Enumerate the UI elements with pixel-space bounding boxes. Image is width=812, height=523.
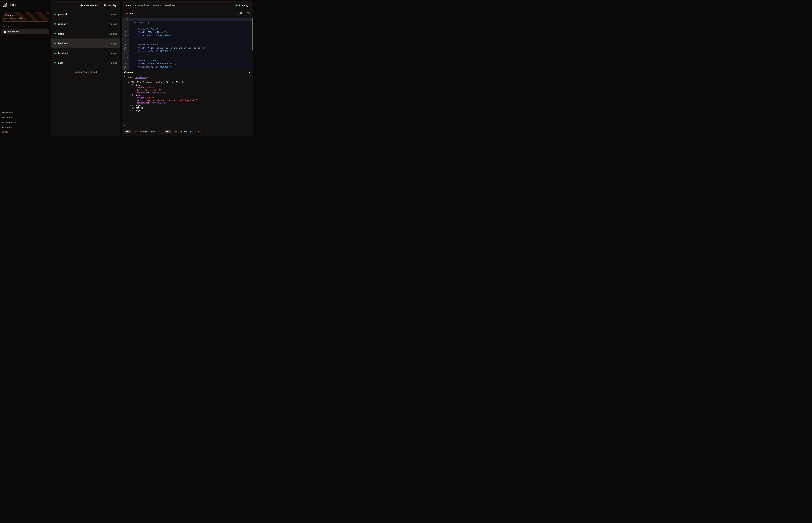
line-number: 8 — [125, 40, 126, 43]
tree-field-row: sender: "User" — [124, 87, 251, 89]
plus-icon — [81, 4, 83, 7]
display-button[interactable]: Display — [102, 3, 118, 8]
rpc-button-actor-gethistory-[interactable]: RPCactor.getHistory(...) — [164, 129, 201, 134]
actor-row-general[interactable]: general2m ago — [51, 10, 120, 19]
tab-database[interactable]: Database — [165, 1, 176, 9]
code-token: "messages" — [133, 21, 145, 24]
code-token: } — [135, 37, 137, 40]
fold-toggle-icon[interactable] — [126, 22, 128, 23]
code-token: : — [152, 34, 154, 36]
tabs-holder: StateConnectionsEventsDatabase — [124, 1, 176, 9]
code-token: : — [152, 66, 154, 68]
console-result-row: ▼ (5) [Object, Object, Object, Object, O… — [124, 81, 251, 84]
result-expand-toggle[interactable]: ▼ — [128, 81, 131, 84]
fold-spacer — [126, 63, 128, 65]
tree-field-row: timestamp: 1764043991880 — [124, 91, 251, 94]
code-token: } — [135, 69, 137, 70]
tab-connections[interactable]: Connections — [134, 1, 150, 9]
actor-last-active: 1m ago — [109, 42, 117, 45]
save-button[interactable] — [238, 11, 243, 16]
field-key: sender — [137, 96, 144, 99]
display-label: Display — [108, 4, 116, 7]
code-token: "User" — [151, 28, 158, 30]
console-history-command[interactable]: actor.getHistory() — [122, 75, 253, 80]
actor-row-random[interactable]: random1m ago — [51, 19, 120, 29]
code-line: { — [128, 18, 253, 21]
app-root: R Rivet Connected http://localhost:6420 … — [0, 0, 255, 137]
collapsed-triangle-icon[interactable]: ▶ — [130, 107, 132, 109]
sidebar-link-discord[interactable]: Discord↗ — [2, 125, 49, 130]
code-token — [130, 53, 135, 55]
code-token — [130, 56, 135, 58]
sidebar-link-feedback[interactable]: Feedback — [2, 115, 49, 120]
fold-toggle-icon[interactable] — [126, 25, 128, 26]
gutter-row: 16 — [122, 65, 128, 69]
sidebar-link-whats-new-[interactable]: Whats new? — [2, 110, 49, 115]
gutter-row: 8 — [122, 40, 128, 43]
editor-code[interactable]: { "messages": [ { "sender": "User", "tex… — [128, 17, 253, 70]
collapsed-triangle-icon[interactable]: ▶ — [130, 109, 132, 112]
console-input[interactable] — [122, 124, 253, 128]
actor-row-dogs[interactable]: dogs1m ago — [51, 29, 120, 39]
chevron-down-glyph — [127, 22, 128, 23]
status-badge[interactable]: Running — [234, 3, 250, 8]
state-json-editor[interactable]: 1234567891011121314151617 { "messages": … — [122, 17, 253, 70]
inspector-tabs: StateConnectionsEventsDatabase Running — [122, 1, 253, 10]
code-line: "text": "Who’s there?", — [128, 31, 253, 34]
tab-state[interactable]: State — [124, 1, 132, 9]
live-badge[interactable]: Live — [124, 11, 135, 16]
result-summary: (5) [Object, Object, Object, Object, Obj… — [131, 81, 184, 84]
actor-row-backend[interactable]: backend1m ago — [51, 39, 120, 48]
code-token: , — [205, 47, 207, 49]
console-header[interactable]: Console — [122, 70, 253, 75]
instance-name: chatRoom — [7, 30, 19, 33]
code-line: "sender": "User", — [128, 59, 253, 62]
code-token: "sender" — [138, 59, 148, 62]
gutter-row: 6 — [122, 34, 128, 37]
field-key: timestamp — [137, 91, 148, 94]
field-value: "User" — [146, 87, 154, 89]
sidebar-item-chatroom[interactable]: chatRoom — [2, 29, 49, 34]
expanded-triangle-icon[interactable]: ▼ — [130, 94, 132, 96]
fold-toggle-icon[interactable] — [126, 41, 128, 42]
fold-spacer — [126, 28, 128, 30]
editor-scrollbar-thumb[interactable] — [252, 18, 253, 51]
undo-icon-button[interactable] — [246, 11, 251, 16]
chevron-down-icon[interactable] — [248, 71, 251, 73]
rpc-button-actor-sendmessage-[interactable]: RPCactor.sendMessage(...) — [124, 129, 162, 134]
sidebar-link-documentation[interactable]: Documentation — [2, 120, 49, 125]
code-token — [130, 34, 138, 36]
actor-row-frontend[interactable]: frontend1m ago — [51, 48, 120, 58]
sidebar-link-github[interactable]: GitHub↗ — [2, 130, 49, 134]
code-line: } — [128, 69, 253, 70]
sliders-icon — [104, 4, 106, 7]
fold-toggle-icon[interactable] — [126, 57, 128, 58]
actor-row-cats[interactable]: cats1m ago — [51, 58, 120, 68]
object-label: Object — [136, 107, 143, 109]
code-token: 1764043991880 — [154, 34, 171, 36]
line-number: 12 — [124, 53, 126, 55]
tree-field-row: text: "Who’s there?" — [124, 89, 251, 91]
brand[interactable]: R Rivet — [2, 2, 49, 7]
sidebar-link-label: GitHub — [2, 131, 9, 133]
gutter-row: 2 — [122, 21, 128, 24]
code-token: "timestamp" — [138, 34, 152, 36]
line-number: 9 — [125, 43, 126, 46]
gutter-row: 11 — [122, 50, 128, 53]
collapsed-triangle-icon[interactable]: ▶ — [130, 104, 132, 107]
actor-name: frontend — [58, 52, 68, 54]
editor-gutter: 1234567891011121314151617 — [122, 17, 128, 70]
create-actor-button[interactable]: Create Actor — [80, 4, 99, 7]
connection-status-box: Connected http://localhost:6420 — [2, 12, 49, 22]
code-token: } — [135, 53, 137, 55]
expanded-triangle-icon[interactable]: ▼ — [130, 84, 132, 87]
fold-toggle-icon[interactable] — [126, 19, 128, 20]
tree-object-row: ▼1: Object — [124, 94, 251, 96]
object-index: 0 — [132, 84, 133, 87]
tab-events[interactable]: Events — [153, 1, 161, 9]
object-index: 4 — [132, 109, 133, 112]
chevron-down-glyph — [127, 56, 128, 58]
code-token: : — [152, 50, 154, 52]
code-token: "text" — [138, 62, 145, 65]
code-line: "sender": "User", — [128, 28, 253, 31]
